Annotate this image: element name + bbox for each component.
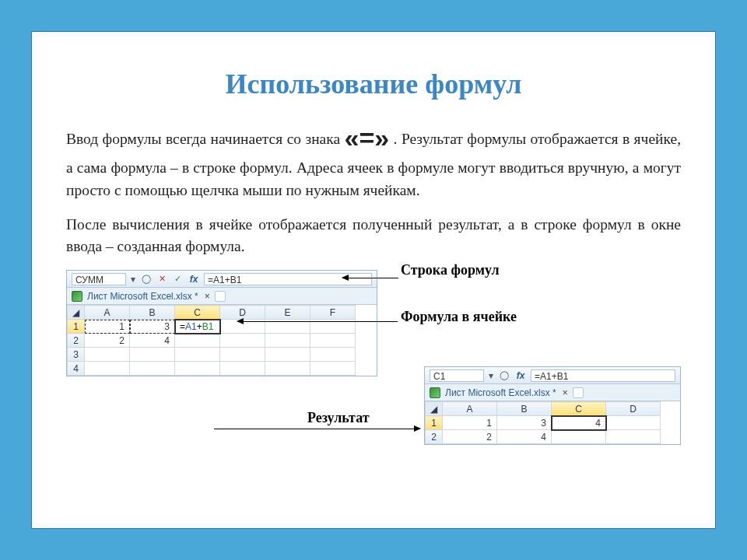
- grid2-row1-h: 1: [426, 416, 443, 430]
- grid2-D2: [606, 430, 661, 444]
- new-sheet-icon-2: [573, 387, 584, 398]
- grid1-A2: 2: [85, 334, 130, 348]
- grid2-B1: 3: [497, 416, 552, 430]
- diagram-area: СУММ ▾ ◯ ✕ ✓ fx =A1+B1 Лист Microsoft Ex…: [66, 265, 681, 467]
- page-title: Использование формул: [66, 68, 681, 100]
- grid1-row2-h: 2: [68, 334, 85, 348]
- excel-file-icon: [72, 291, 82, 302]
- callout-cell-formula: Формула в ячейке: [401, 309, 517, 325]
- workbook-tabstrip-1: Лист Microsoft Excel.xlsx * ×: [67, 288, 377, 305]
- grid1-F2: [310, 334, 356, 348]
- grid1-col-C: C: [175, 306, 220, 320]
- grid2-col-D: D: [606, 402, 661, 416]
- name-box-2: C1: [430, 369, 484, 382]
- grid-2: ◢ A B C D 1 1 3 4 2 2: [425, 401, 680, 444]
- grid1-col-F: F: [310, 306, 356, 320]
- grid1-col-B: B: [130, 306, 175, 320]
- grid2-corner: ◢: [426, 402, 443, 416]
- grid1-corner: ◢: [68, 306, 85, 320]
- formula-bar-1: СУММ ▾ ◯ ✕ ✓ fx =A1+B1: [67, 271, 377, 288]
- grid2-A1: 1: [443, 416, 497, 430]
- grid1-C1-editing: =A1+B1: [175, 320, 220, 334]
- tab-close-icon-2: ×: [563, 387, 568, 398]
- namebox-dropdown-icon-2: ▾: [487, 370, 495, 381]
- formula-bar-2: C1 ▾ ◯ fx =A1+B1: [425, 367, 680, 384]
- fx-icon-2: fx: [514, 370, 528, 381]
- paragraph-2: После вычисления в ячейке отображается п…: [66, 214, 681, 258]
- new-sheet-icon: [215, 291, 226, 302]
- grid1-col-E: E: [265, 306, 310, 320]
- arrow-to-cell-formula: [237, 321, 398, 322]
- slide-tab-notch: [335, 0, 436, 34]
- arrow-to-result: [214, 429, 420, 429]
- grid-1: ◢ A B C D E F 1 1 3 =A1+B1: [67, 305, 377, 376]
- grid1-C2: [175, 334, 220, 348]
- fx-icon: fx: [187, 274, 201, 285]
- slide-card: Использование формул Ввод формулы всегда…: [31, 31, 716, 529]
- grid1-col-A: A: [85, 306, 130, 320]
- grid2-A2: 2: [443, 430, 497, 444]
- namebox-dropdown-icon: ▾: [129, 274, 137, 285]
- grid1-row4-h: 4: [68, 362, 85, 376]
- para1-part-a: Ввод формулы всегда начинается со знака: [66, 131, 345, 147]
- grid1-row3-h: 3: [68, 348, 85, 362]
- grid2-col-B: B: [497, 402, 552, 416]
- tab-close-icon: ×: [205, 291, 210, 302]
- grid2-col-C: C: [552, 402, 606, 416]
- grid1-A1: 1: [85, 320, 130, 334]
- fbar-cancel-icon: ✕: [156, 273, 168, 285]
- grid2-row2-h: 2: [426, 430, 443, 444]
- grid1-B2: 4: [130, 334, 175, 348]
- fbar-circle-icon: ◯: [140, 273, 153, 285]
- grid2-D1: [606, 416, 661, 430]
- callout-result: Результат: [307, 410, 370, 426]
- fbar-enter-icon: ✓: [171, 273, 184, 285]
- grid1-col-D: D: [220, 306, 265, 320]
- callout-formula-bar: Строка формул: [401, 262, 500, 278]
- excel-file-icon-2: [430, 387, 440, 398]
- grid2-B2: 4: [497, 430, 552, 444]
- paragraph-1: Ввод формулы всегда начинается со знака …: [66, 119, 681, 201]
- workbook-name-2: Лист Microsoft Excel.xlsx *: [445, 387, 556, 398]
- grid1-D2: [220, 334, 265, 348]
- fbar-circle-icon-2: ◯: [498, 369, 510, 382]
- grid2-col-A: A: [443, 402, 497, 416]
- grid1-E2: [265, 334, 310, 348]
- grid1-row1-h: 1: [68, 320, 85, 334]
- name-box-1: СУММ: [72, 273, 126, 285]
- excel-screenshot-result: C1 ▾ ◯ fx =A1+B1 Лист Microsoft Excel.xl…: [424, 366, 681, 445]
- workbook-name-1: Лист Microsoft Excel.xlsx *: [87, 291, 198, 302]
- grid2-C2: [552, 430, 606, 444]
- excel-screenshot-editing: СУММ ▾ ◯ ✕ ✓ fx =A1+B1 Лист Microsoft Ex…: [66, 270, 377, 376]
- grid1-B1: 3: [130, 320, 175, 334]
- formula-value-2: =A1+B1: [531, 369, 675, 382]
- workbook-tabstrip-2: Лист Microsoft Excel.xlsx * ×: [425, 384, 680, 401]
- equals-sign: «=»: [345, 123, 390, 152]
- arrow-to-formula-bar: [342, 278, 398, 278]
- grid2-C1-result: 4: [552, 416, 606, 430]
